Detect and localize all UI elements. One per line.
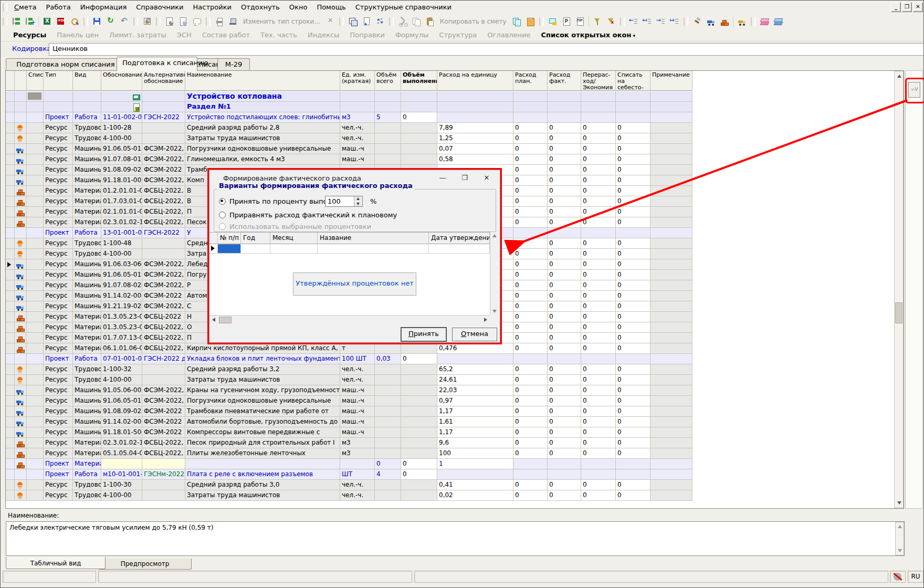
cell-vid[interactable]: Машины [73, 144, 101, 154]
cell-vol_all[interactable] [375, 427, 401, 438]
cell-prim[interactable] [650, 259, 692, 270]
cell-vol_all[interactable] [375, 375, 401, 385]
tree-view-icon[interactable] [10, 15, 23, 28]
table-row[interactable]: РесурсТрудовой1-100-30Средний разряд раб… [6, 480, 692, 490]
cell-obosn[interactable]: 05.1.05.04-0006 [101, 448, 142, 459]
cell-per[interactable]: 0 [581, 165, 616, 175]
table-vscrollbar[interactable] [894, 71, 904, 508]
cell-alt[interactable] [142, 102, 185, 112]
cell-name[interactable]: Средний разряд работы 3,2 [185, 364, 340, 375]
cell-alt[interactable]: ФСБЦ-2022, [142, 343, 185, 354]
cell-tip[interactable]: Проект [44, 469, 73, 480]
keyboard-layout-indicator[interactable]: RU [908, 571, 923, 583]
cell-vol_all[interactable] [375, 133, 401, 144]
page-p-icon[interactable]: P [560, 15, 573, 28]
cell-vid[interactable]: Материал [73, 207, 101, 217]
funnel-x-icon[interactable]: x [605, 15, 617, 28]
cell-prim[interactable] [650, 228, 692, 238]
scroll-thumb[interactable] [895, 302, 902, 323]
cell-prim[interactable] [650, 301, 692, 312]
cell-fakt[interactable]: 0 [548, 301, 581, 312]
cell-plan[interactable]: 0 [513, 417, 548, 427]
price-book-icon[interactable] [547, 15, 559, 28]
cell-vol_all[interactable] [375, 480, 401, 490]
cell-icon[interactable] [15, 259, 27, 270]
cell-alt[interactable] [142, 480, 185, 490]
cell-prim[interactable] [650, 91, 692, 102]
cell-vol_vyp[interactable]: 0 [401, 354, 437, 364]
cell-plan[interactable]: 0 [513, 343, 548, 354]
cell-spis_seb[interactable]: 0 [616, 417, 650, 427]
cell-icon[interactable] [15, 270, 27, 280]
pdf-export-icon[interactable]: PDF [55, 15, 67, 28]
cell-alt[interactable]: ФСБЦ-2022, [142, 333, 185, 343]
cell-gutter[interactable] [6, 438, 15, 448]
cell-obosn[interactable]: 4-100-00 [101, 249, 142, 259]
cell-tip[interactable]: Ресурс [44, 364, 73, 375]
cell-alt[interactable]: ФСЭМ-2022, [142, 385, 185, 396]
cell-spis_seb[interactable] [616, 469, 650, 480]
cell-fakt[interactable]: 0 [548, 133, 581, 144]
cell-gutter[interactable] [6, 112, 15, 123]
cell-spis[interactable] [27, 427, 44, 438]
cell-name[interactable] [185, 459, 340, 469]
cell-obosn[interactable]: 91.08.09-023 [101, 165, 142, 175]
cell-per[interactable]: 0 [581, 175, 616, 186]
cell-vol_vyp[interactable] [401, 102, 437, 112]
doc-settings-icon[interactable]: + [163, 15, 176, 28]
cell-fakt[interactable] [548, 469, 581, 480]
doc-settings2-icon[interactable]: - [177, 15, 190, 28]
table-row[interactable]: РесурсТрудовой4-100-00Затраты труда маши… [6, 490, 692, 501]
cell-alt[interactable]: ФСЭМ-2022, [142, 270, 185, 280]
panel-tab[interactable]: Оглавление [482, 29, 536, 40]
cell-plan[interactable]: 0 [513, 406, 548, 417]
cell-fakt[interactable]: 0 [548, 196, 581, 207]
cell-icon[interactable] [15, 364, 27, 375]
cell-ed[interactable] [340, 459, 375, 469]
cell-name[interactable]: Средний разряд работы 3,0 [185, 480, 340, 490]
cell-name[interactable]: Песок природный для строительных работ I [185, 438, 340, 448]
cell-name[interactable]: Плиты железобетонные ленточных [185, 448, 340, 459]
view-tab[interactable]: Подготовка к списанию [117, 57, 197, 71]
cell-fakt[interactable]: 0 [548, 448, 581, 459]
cell-tip[interactable]: Проект [44, 228, 73, 238]
percent-spinner[interactable]: 100 [325, 196, 363, 207]
accept-button[interactable]: Принять [401, 328, 446, 341]
cell-fakt[interactable]: 0 [548, 480, 581, 490]
cell-spis[interactable] [27, 123, 44, 133]
cell-name[interactable]: Затраты труда машинистов [185, 375, 340, 385]
radio-percent[interactable] [219, 198, 226, 205]
cell-obosn[interactable]: 91.06.05-011 [101, 270, 142, 280]
cell-spis[interactable] [27, 406, 44, 417]
cell-spis[interactable] [27, 375, 44, 385]
cell-icon[interactable] [15, 333, 27, 343]
cell-icon[interactable] [15, 165, 27, 175]
cell-vid[interactable]: Машины [73, 154, 101, 165]
menu-item[interactable]: Окно [285, 2, 312, 13]
cell-spis[interactable] [27, 217, 44, 228]
cell-alt[interactable] [142, 91, 185, 102]
cell-obosn[interactable]: 91.05.06-007 [101, 385, 142, 396]
cell-spis_seb[interactable]: 0 [616, 133, 650, 144]
cell-tip[interactable]: Ресурс [44, 280, 73, 291]
cell-obosn[interactable]: 1-100-28 [101, 123, 142, 133]
cell-vid[interactable]: Машины [73, 280, 101, 291]
undo-icon[interactable]: ↶ [118, 15, 131, 28]
cell-spis[interactable] [27, 301, 44, 312]
table-row[interactable]: pРаздел №1 [6, 102, 692, 112]
edit-row-type-button[interactable]: Изменить тип строки... [243, 18, 320, 25]
close-button[interactable]: ✕ [913, 2, 923, 12]
cell-name[interactable]: Кирпич кислотоупорный прямой КП, класс А… [185, 343, 340, 354]
cell-vid[interactable]: Материал [73, 312, 101, 322]
cell-fakt[interactable]: 0 [548, 238, 581, 249]
cell-vol_vyp[interactable] [401, 375, 437, 385]
cell-spis[interactable] [27, 186, 44, 196]
cell-plan[interactable]: 0 [513, 480, 548, 490]
cell-spis_seb[interactable] [616, 91, 650, 102]
cell-plan[interactable]: 0 [513, 448, 548, 459]
cell-fakt[interactable]: 0 [548, 333, 581, 343]
table-row[interactable]: РесурсТрудовой1-100-32Средний разряд раб… [6, 364, 692, 375]
print-icon[interactable] [213, 15, 226, 28]
cell-plan[interactable]: 0 [513, 259, 548, 270]
search-icon[interactable] [68, 15, 81, 28]
